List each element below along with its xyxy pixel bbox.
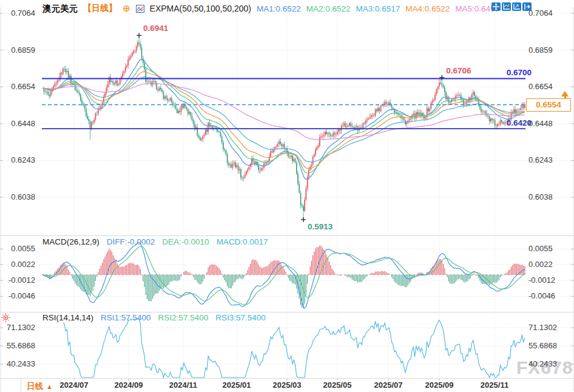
- ema-line-ma1: [42, 59, 525, 180]
- markers-layer: [137, 33, 444, 222]
- hot-indicator-icon[interactable]: [1, 313, 10, 325]
- add-indicator-icon[interactable]: ⊕: [123, 4, 130, 13]
- grid-layer: [2, 7, 572, 380]
- symbol-title: 澳元美元: [42, 3, 78, 15]
- x-axis-date-label: 2025/05: [316, 380, 359, 390]
- macd-macd-value: MACD:0.0017: [217, 237, 268, 246]
- chart-toolbar: [491, 2, 532, 11]
- rsi3-value: RSI3:57.5400: [215, 313, 266, 322]
- exit-pan-tool-icon[interactable]: [522, 2, 532, 11]
- period-selector[interactable]: 日线 ▲: [27, 381, 53, 392]
- ema-line-ma2: [42, 66, 525, 173]
- chart-window: 澳元美元 【日线】 ⊕ EXPMA(50,50,100,50,200) MA1:…: [0, 0, 574, 392]
- current-price-value: 0.6554: [536, 100, 561, 109]
- x-axis-date-label: 2024/11: [162, 380, 204, 390]
- macd-diff-value: DIFF:-0.0002: [107, 237, 155, 246]
- level-line-label: 0.6700: [488, 68, 532, 77]
- watermark: FX678: [516, 357, 573, 378]
- chart-header: 澳元美元 【日线】 ⊕ EXPMA(50,50,100,50,200) MA1:…: [42, 2, 499, 15]
- x-axis-date-label: 2025/01: [215, 380, 258, 390]
- macd-layer: [42, 243, 525, 309]
- ema-line-ma5: [42, 84, 525, 140]
- x-axis-date-label: 2025/11: [473, 380, 516, 390]
- rsi1-value: RSI1:57.5400: [101, 313, 151, 322]
- rsi2-value: RSI2:57.5400: [158, 313, 209, 322]
- level-line-label: 0.6420: [488, 118, 532, 127]
- period-tag[interactable]: 【日线】: [83, 3, 117, 14]
- macd-dea-value: DEA:-0.0010: [162, 237, 209, 246]
- current-price-box: 0.6554: [526, 98, 571, 112]
- price-chart-canvas[interactable]: [0, 0, 574, 392]
- y-scale-tool-icon[interactable]: [512, 2, 521, 11]
- ma-lines-layer: [42, 59, 525, 180]
- rsi-header: RSI(14,14,14) RSI1:57.5400 RSI2:57.5400 …: [42, 313, 266, 322]
- ma2-legend: MA2:0.6522: [306, 4, 351, 13]
- x-axis-date-label: 2024/07: [53, 380, 95, 390]
- x-axis-date-label: 2024/09: [107, 380, 150, 390]
- macd-indicator-label[interactable]: MACD(26,12,9): [42, 237, 100, 246]
- price-marker-label: 0.5913: [308, 222, 333, 231]
- x-axis-date-label: 2025/03: [266, 380, 308, 390]
- indicator-label[interactable]: EXPMA(50,50,100,50,200): [150, 4, 251, 13]
- ma4-legend: MA4:0.6522: [405, 4, 450, 13]
- rsi-indicator-label[interactable]: RSI(14,14,14): [42, 313, 93, 322]
- x-scale-tool-icon[interactable]: [502, 2, 511, 11]
- x-axis-date-label: 2025/07: [367, 380, 410, 390]
- chart-type-icon[interactable]: [136, 5, 144, 13]
- crosshair-tool-icon[interactable]: [491, 2, 501, 11]
- ma1-legend: MA1:0.6522: [257, 4, 301, 13]
- period-selector-label: 日线: [27, 381, 43, 392]
- price-marker-label: 0.6941: [143, 24, 168, 33]
- price-up-arrow-icon: [561, 91, 569, 96]
- ma3-legend: MA3:0.6517: [356, 4, 400, 13]
- price-marker-label: 0.6706: [446, 66, 471, 75]
- x-axis-date-label: 2025/09: [418, 380, 461, 390]
- macd-header: MACD(26,12,9) DIFF:-0.0002 DEA:-0.0010 M…: [42, 237, 268, 246]
- triangle-up-icon: ▲: [46, 383, 53, 390]
